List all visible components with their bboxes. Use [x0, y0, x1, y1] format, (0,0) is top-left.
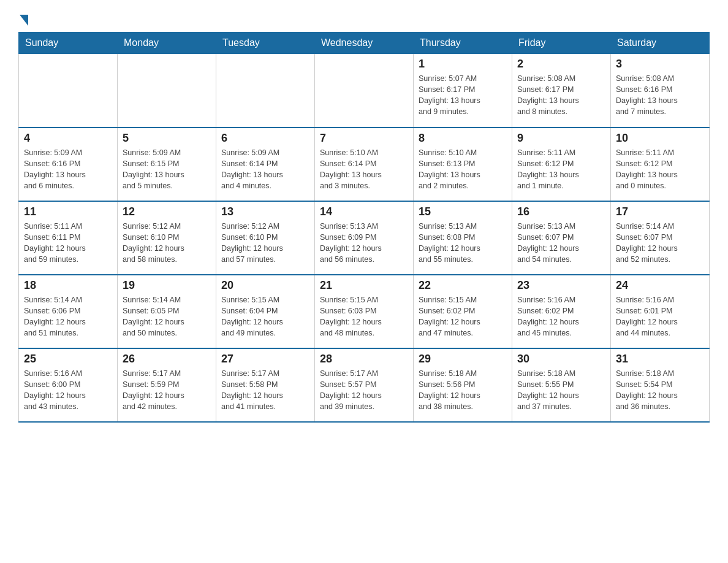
day-number: 29 [419, 353, 507, 366]
calendar-cell: 7Sunrise: 5:10 AM Sunset: 6:14 PM Daylig… [315, 128, 414, 201]
calendar-cell: 21Sunrise: 5:15 AM Sunset: 6:03 PM Dayli… [315, 275, 414, 348]
day-info: Sunrise: 5:08 AM Sunset: 6:17 PM Dayligh… [517, 73, 605, 118]
day-number: 24 [616, 279, 704, 292]
calendar-cell: 10Sunrise: 5:11 AM Sunset: 6:12 PM Dayli… [611, 128, 710, 201]
logo [18, 12, 28, 26]
calendar-table: SundayMondayTuesdayWednesdayThursdayFrid… [18, 32, 710, 423]
calendar-cell: 18Sunrise: 5:14 AM Sunset: 6:06 PM Dayli… [19, 275, 118, 348]
calendar-cell: 31Sunrise: 5:18 AM Sunset: 5:54 PM Dayli… [611, 348, 710, 422]
day-info: Sunrise: 5:18 AM Sunset: 5:56 PM Dayligh… [419, 368, 507, 413]
weekday-header-saturday: Saturday [611, 33, 710, 54]
calendar-cell: 23Sunrise: 5:16 AM Sunset: 6:02 PM Dayli… [512, 275, 611, 348]
day-info: Sunrise: 5:11 AM Sunset: 6:12 PM Dayligh… [616, 147, 704, 192]
day-info: Sunrise: 5:14 AM Sunset: 6:05 PM Dayligh… [123, 294, 211, 339]
day-number: 3 [616, 58, 704, 71]
calendar-cell: 26Sunrise: 5:17 AM Sunset: 5:59 PM Dayli… [118, 348, 216, 422]
weekday-header-friday: Friday [512, 33, 611, 54]
day-info: Sunrise: 5:11 AM Sunset: 6:11 PM Dayligh… [24, 221, 112, 266]
calendar-cell: 4Sunrise: 5:09 AM Sunset: 6:16 PM Daylig… [19, 128, 118, 201]
calendar-cell [19, 54, 118, 128]
day-info: Sunrise: 5:08 AM Sunset: 6:16 PM Dayligh… [616, 73, 704, 118]
day-info: Sunrise: 5:10 AM Sunset: 6:14 PM Dayligh… [320, 147, 408, 192]
day-number: 22 [419, 279, 507, 292]
calendar-cell: 6Sunrise: 5:09 AM Sunset: 6:14 PM Daylig… [216, 128, 315, 201]
day-number: 9 [517, 132, 605, 145]
calendar-cell: 12Sunrise: 5:12 AM Sunset: 6:10 PM Dayli… [118, 201, 216, 275]
day-info: Sunrise: 5:14 AM Sunset: 6:06 PM Dayligh… [24, 294, 112, 339]
day-info: Sunrise: 5:12 AM Sunset: 6:10 PM Dayligh… [221, 221, 309, 266]
day-number: 7 [320, 132, 408, 145]
day-info: Sunrise: 5:13 AM Sunset: 6:07 PM Dayligh… [517, 221, 605, 266]
page-header [18, 12, 710, 26]
day-info: Sunrise: 5:14 AM Sunset: 6:07 PM Dayligh… [616, 221, 704, 266]
calendar-cell: 11Sunrise: 5:11 AM Sunset: 6:11 PM Dayli… [19, 201, 118, 275]
day-info: Sunrise: 5:12 AM Sunset: 6:10 PM Dayligh… [123, 221, 211, 266]
calendar-cell [118, 54, 216, 128]
calendar-header: SundayMondayTuesdayWednesdayThursdayFrid… [19, 33, 710, 54]
calendar-cell: 3Sunrise: 5:08 AM Sunset: 6:16 PM Daylig… [611, 54, 710, 128]
day-info: Sunrise: 5:17 AM Sunset: 5:59 PM Dayligh… [123, 368, 211, 413]
calendar-cell: 19Sunrise: 5:14 AM Sunset: 6:05 PM Dayli… [118, 275, 216, 348]
calendar-cell: 30Sunrise: 5:18 AM Sunset: 5:55 PM Dayli… [512, 348, 611, 422]
day-number: 28 [320, 353, 408, 366]
day-number: 6 [221, 132, 309, 145]
calendar-week-5: 25Sunrise: 5:16 AM Sunset: 6:00 PM Dayli… [19, 348, 710, 422]
day-info: Sunrise: 5:15 AM Sunset: 6:02 PM Dayligh… [419, 294, 507, 339]
calendar-cell: 27Sunrise: 5:17 AM Sunset: 5:58 PM Dayli… [216, 348, 315, 422]
calendar-cell: 5Sunrise: 5:09 AM Sunset: 6:15 PM Daylig… [118, 128, 216, 201]
logo-arrow-icon [20, 15, 28, 26]
day-info: Sunrise: 5:15 AM Sunset: 6:03 PM Dayligh… [320, 294, 408, 339]
day-info: Sunrise: 5:07 AM Sunset: 6:17 PM Dayligh… [419, 73, 507, 118]
day-number: 30 [517, 353, 605, 366]
day-number: 20 [221, 279, 309, 292]
day-number: 12 [123, 205, 211, 218]
weekday-header-sunday: Sunday [19, 33, 118, 54]
calendar-cell: 24Sunrise: 5:16 AM Sunset: 6:01 PM Dayli… [611, 275, 710, 348]
day-number: 25 [24, 353, 112, 366]
day-number: 11 [24, 205, 112, 218]
calendar-body: 1Sunrise: 5:07 AM Sunset: 6:17 PM Daylig… [19, 54, 710, 422]
day-number: 14 [320, 205, 408, 218]
calendar-cell: 20Sunrise: 5:15 AM Sunset: 6:04 PM Dayli… [216, 275, 315, 348]
calendar-cell: 22Sunrise: 5:15 AM Sunset: 6:02 PM Dayli… [414, 275, 512, 348]
day-number: 5 [123, 132, 211, 145]
day-info: Sunrise: 5:11 AM Sunset: 6:12 PM Dayligh… [517, 147, 605, 192]
day-number: 31 [616, 353, 704, 366]
day-info: Sunrise: 5:16 AM Sunset: 6:01 PM Dayligh… [616, 294, 704, 339]
day-number: 18 [24, 279, 112, 292]
calendar-cell: 2Sunrise: 5:08 AM Sunset: 6:17 PM Daylig… [512, 54, 611, 128]
weekday-header-tuesday: Tuesday [216, 33, 315, 54]
calendar-cell: 1Sunrise: 5:07 AM Sunset: 6:17 PM Daylig… [414, 54, 512, 128]
calendar-cell: 14Sunrise: 5:13 AM Sunset: 6:09 PM Dayli… [315, 201, 414, 275]
day-number: 23 [517, 279, 605, 292]
day-info: Sunrise: 5:16 AM Sunset: 6:00 PM Dayligh… [24, 368, 112, 413]
calendar-cell: 17Sunrise: 5:14 AM Sunset: 6:07 PM Dayli… [611, 201, 710, 275]
day-number: 19 [123, 279, 211, 292]
calendar-cell: 15Sunrise: 5:13 AM Sunset: 6:08 PM Dayli… [414, 201, 512, 275]
day-number: 13 [221, 205, 309, 218]
day-number: 8 [419, 132, 507, 145]
calendar-cell: 9Sunrise: 5:11 AM Sunset: 6:12 PM Daylig… [512, 128, 611, 201]
day-info: Sunrise: 5:13 AM Sunset: 6:09 PM Dayligh… [320, 221, 408, 266]
day-number: 2 [517, 58, 605, 71]
calendar-cell [216, 54, 315, 128]
calendar-week-4: 18Sunrise: 5:14 AM Sunset: 6:06 PM Dayli… [19, 275, 710, 348]
day-info: Sunrise: 5:10 AM Sunset: 6:13 PM Dayligh… [419, 147, 507, 192]
day-info: Sunrise: 5:09 AM Sunset: 6:14 PM Dayligh… [221, 147, 309, 192]
calendar-cell: 8Sunrise: 5:10 AM Sunset: 6:13 PM Daylig… [414, 128, 512, 201]
day-info: Sunrise: 5:16 AM Sunset: 6:02 PM Dayligh… [517, 294, 605, 339]
day-info: Sunrise: 5:17 AM Sunset: 5:58 PM Dayligh… [221, 368, 309, 413]
weekday-header-monday: Monday [118, 33, 216, 54]
day-number: 16 [517, 205, 605, 218]
day-info: Sunrise: 5:09 AM Sunset: 6:16 PM Dayligh… [24, 147, 112, 192]
day-info: Sunrise: 5:13 AM Sunset: 6:08 PM Dayligh… [419, 221, 507, 266]
day-info: Sunrise: 5:18 AM Sunset: 5:55 PM Dayligh… [517, 368, 605, 413]
day-number: 27 [221, 353, 309, 366]
calendar-cell: 16Sunrise: 5:13 AM Sunset: 6:07 PM Dayli… [512, 201, 611, 275]
day-info: Sunrise: 5:18 AM Sunset: 5:54 PM Dayligh… [616, 368, 704, 413]
day-number: 15 [419, 205, 507, 218]
calendar-cell: 29Sunrise: 5:18 AM Sunset: 5:56 PM Dayli… [414, 348, 512, 422]
calendar-cell: 28Sunrise: 5:17 AM Sunset: 5:57 PM Dayli… [315, 348, 414, 422]
day-number: 21 [320, 279, 408, 292]
calendar-week-2: 4Sunrise: 5:09 AM Sunset: 6:16 PM Daylig… [19, 128, 710, 201]
